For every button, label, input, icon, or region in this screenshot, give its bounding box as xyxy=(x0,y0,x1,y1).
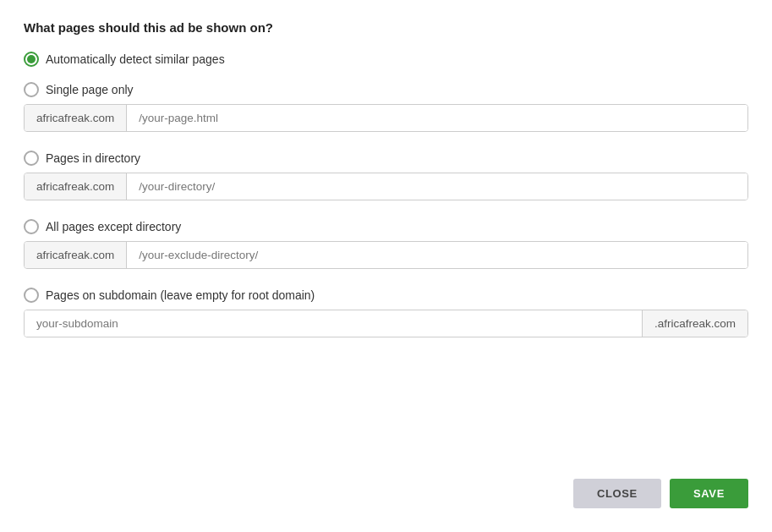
save-button[interactable]: SAVE xyxy=(670,479,748,508)
exclude-domain: africafreak.com xyxy=(25,242,127,268)
option-directory: Pages in directory africafreak.com xyxy=(24,151,748,206)
directory-path[interactable] xyxy=(127,173,747,200)
subdomain-suffix: .africafreak.com xyxy=(642,310,747,337)
option-exclude: All pages except directory africafreak.c… xyxy=(24,219,748,274)
button-row: CLOSE SAVE xyxy=(24,465,748,508)
label-single[interactable]: Single page only xyxy=(46,83,134,96)
label-subdomain[interactable]: Pages on subdomain (leave empty for root… xyxy=(46,288,315,302)
exclude-input-group: africafreak.com xyxy=(24,241,748,269)
ad-pages-modal: What pages should this ad be shown on? A… xyxy=(0,0,772,532)
single-page-input-group: africafreak.com xyxy=(24,104,748,132)
single-page-domain: africafreak.com xyxy=(25,105,127,131)
radio-directory[interactable] xyxy=(24,151,39,166)
radio-exclude[interactable] xyxy=(24,219,39,234)
label-exclude[interactable]: All pages except directory xyxy=(46,220,181,233)
close-button[interactable]: CLOSE xyxy=(573,479,661,508)
radio-single[interactable] xyxy=(24,82,39,97)
single-page-path[interactable] xyxy=(127,105,747,131)
label-directory[interactable]: Pages in directory xyxy=(46,151,140,165)
radio-auto[interactable] xyxy=(24,52,39,67)
option-subdomain: Pages on subdomain (leave empty for root… xyxy=(24,288,748,337)
label-auto[interactable]: Automatically detect similar pages xyxy=(46,52,225,66)
modal-title: What pages should this ad be shown on? xyxy=(24,20,748,35)
subdomain-input[interactable] xyxy=(25,310,642,337)
radio-subdomain[interactable] xyxy=(24,288,39,303)
option-single: Single page only africafreak.com xyxy=(24,82,748,137)
directory-domain: africafreak.com xyxy=(25,173,127,200)
option-auto: Automatically detect similar pages xyxy=(24,52,748,69)
directory-input-group: africafreak.com xyxy=(24,173,748,200)
subdomain-input-group: .africafreak.com xyxy=(24,310,748,337)
exclude-path[interactable] xyxy=(127,242,747,268)
